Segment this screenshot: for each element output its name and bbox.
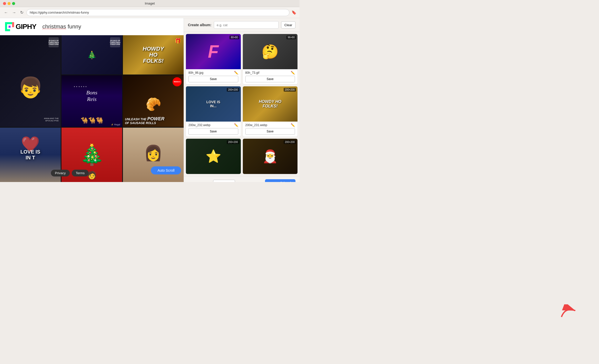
name-row-3: 200w_232.webp ✏️ bbox=[188, 123, 238, 127]
gif-cell-4[interactable]: BonsReis ✦ ✦ ✦ ✦ ✦ ✦ 🐪🐪🐫 ⚡ Regal bbox=[61, 75, 122, 127]
edit-icon-4[interactable]: ✏️ bbox=[291, 123, 295, 127]
love-is-thumb: LOVE ISIN... bbox=[204, 98, 222, 110]
search-query-part1: christmas bbox=[42, 23, 66, 30]
album-label: Create album: bbox=[188, 23, 211, 27]
auto-scroll-button[interactable]: Auto Scroll bbox=[151, 166, 181, 174]
save-button-2[interactable]: Save bbox=[245, 76, 295, 82]
gif-cell-5[interactable]: Walkers 🥐 UNLEASH THE POWEROF SAUSAGE RO… bbox=[123, 75, 184, 127]
love-is-text-left: LOVE ISIN T bbox=[20, 149, 40, 161]
image-thumb-4[interactable]: HOWDY HOFOLKS! 200×200 bbox=[243, 86, 298, 122]
gif-cell-2[interactable]: 25 DAYS OF CHRISTMAS FREEFORM 🎄 bbox=[61, 35, 122, 75]
image-name-1: 80h_86.jpg bbox=[188, 71, 203, 75]
url-input[interactable] bbox=[26, 9, 289, 16]
privacy-button[interactable]: Privacy bbox=[51, 170, 70, 176]
terms-button[interactable]: Terms bbox=[72, 170, 89, 176]
image-size-row: Image size: All (145) Small Medium Large… bbox=[188, 179, 295, 182]
name-row-4: 200w_231.webp ✏️ bbox=[245, 123, 295, 127]
howdy-text-top: HOWDY HOFOLKS! bbox=[138, 46, 169, 64]
save-all-button[interactable]: Save all (145) bbox=[265, 179, 295, 182]
save-button-1[interactable]: Save bbox=[188, 76, 238, 82]
size-badge-4: 200×200 bbox=[284, 88, 296, 92]
image-card-2: 🤔 96×80 80h_73.gif ✏️ Save bbox=[243, 34, 298, 84]
image-thumb-1[interactable]: F 80×80 bbox=[186, 34, 241, 69]
bons-reis-text: BonsReis bbox=[86, 89, 97, 103]
thumb-content-5: ⭐ bbox=[186, 139, 241, 174]
image-thumb-6[interactable]: 🎅 200×200 bbox=[243, 139, 298, 174]
image-size-select[interactable]: All (145) Small Medium Large bbox=[213, 180, 235, 182]
clear-button[interactable]: Clear bbox=[281, 21, 295, 28]
image-card-5: ⭐ 200×200 bbox=[186, 139, 241, 174]
svg-rect-2 bbox=[5, 29, 10, 31]
edit-icon-2[interactable]: ✏️ bbox=[291, 71, 295, 75]
search-query: christmas funny bbox=[42, 23, 81, 30]
gif-cell-1[interactable]: 25 DAYS OF CHRISTMAS FREEFORM 👦 ANNA AND… bbox=[0, 35, 61, 127]
size-badge-2: 96×80 bbox=[286, 35, 296, 39]
traffic-lights bbox=[3, 2, 15, 5]
image-name-2: 80h_73.gif bbox=[245, 71, 259, 75]
image-size-label: Image size: bbox=[188, 181, 211, 182]
name-row-2: 80h_73.gif ✏️ bbox=[245, 71, 295, 75]
close-button[interactable] bbox=[3, 2, 6, 5]
bottom-controls: Image size: All (145) Small Medium Large… bbox=[184, 176, 300, 182]
giphy-text: GIPHY bbox=[16, 23, 36, 31]
howdy-thumb: HOWDY HOFOLKS! bbox=[257, 97, 283, 111]
image-name-4: 200w_231.webp bbox=[245, 123, 267, 127]
image-name-3: 200w_232.webp bbox=[188, 123, 210, 127]
right-panel: Create album: Clear F 80×80 80h_86.jpg ✏… bbox=[184, 18, 300, 182]
search-overlay: GIPHY christmas funny bbox=[0, 18, 184, 35]
bookmark-button[interactable]: 🔖 bbox=[291, 10, 296, 15]
edit-icon-3[interactable]: ✏️ bbox=[234, 123, 238, 127]
size-badge-1: 80×80 bbox=[229, 35, 239, 39]
search-query-part2: funny bbox=[68, 23, 81, 30]
size-badge-3: 200×200 bbox=[227, 88, 239, 92]
image-card-info-3: 200w_232.webp ✏️ Save bbox=[186, 122, 241, 137]
image-card-info-1: 80h_86.jpg ✏️ Save bbox=[186, 69, 241, 84]
gif-cell-3[interactable]: 🎁 HOWDY HOFOLKS! bbox=[123, 35, 184, 75]
thumb-content-2: 🤔 bbox=[243, 34, 298, 69]
save-button-3[interactable]: Save bbox=[188, 128, 238, 135]
star-emoji: ⭐ bbox=[206, 149, 221, 164]
image-card-info-4: 200w_231.webp ✏️ Save bbox=[243, 122, 298, 137]
window-title: Imaget bbox=[145, 2, 155, 5]
thumb-content-6: 🎅 bbox=[243, 139, 298, 174]
image-card-info-2: 80h_73.gif ✏️ Save bbox=[243, 69, 298, 84]
album-row: Create album: Clear bbox=[184, 18, 300, 32]
refresh-button[interactable]: ↻ bbox=[19, 9, 24, 16]
days-badge-1: 25 DAYS OF CHRISTMAS FREEFORM bbox=[49, 37, 59, 47]
svg-rect-3 bbox=[12, 22, 14, 27]
title-bar: Imaget bbox=[0, 0, 300, 7]
save-button-4[interactable]: Save bbox=[245, 128, 295, 135]
thumb-content-4: HOWDY HOFOLKS! bbox=[243, 86, 298, 122]
image-thumb-3[interactable]: LOVE ISIN... 200×200 bbox=[186, 86, 241, 122]
walkers-logo: Walkers bbox=[173, 77, 182, 86]
santa-emoji: 🎅 bbox=[262, 149, 278, 164]
gif-grid: 25 DAYS OF CHRISTMAS FREEFORM 👦 ANNA AND… bbox=[0, 35, 184, 182]
browser-content: GIPHY christmas funny 25 DAYS OF CHRISTM… bbox=[0, 18, 184, 182]
minimize-button[interactable] bbox=[8, 2, 11, 5]
edit-icon-1[interactable]: ✏️ bbox=[234, 71, 238, 75]
forward-button[interactable]: → bbox=[11, 9, 17, 16]
svg-rect-4 bbox=[9, 26, 11, 28]
gif-cell-8[interactable]: 👩 Auto Scroll bbox=[123, 128, 184, 182]
size-badge-5: 200×200 bbox=[227, 140, 239, 144]
image-card-1: F 80×80 80h_86.jpg ✏️ Save bbox=[186, 34, 241, 84]
thumb-letter-f: F bbox=[208, 42, 219, 62]
album-input[interactable] bbox=[214, 21, 279, 29]
giphy-icon bbox=[5, 22, 14, 31]
browser-bar: ← → ↻ 🔖 bbox=[0, 7, 300, 18]
maximize-button[interactable] bbox=[12, 2, 15, 5]
person-emoji: 🤔 bbox=[261, 44, 279, 60]
power-text: UNLEASH THE POWEROF SAUSAGE ROLLS bbox=[125, 117, 164, 125]
back-button[interactable]: ← bbox=[3, 9, 9, 16]
image-thumb-2[interactable]: 🤔 96×80 bbox=[243, 34, 298, 69]
image-card-6: 🎅 200×200 bbox=[243, 139, 298, 174]
days-badge-2: 25 DAYS OF CHRISTMAS FREEFORM bbox=[110, 37, 120, 47]
image-thumb-5[interactable]: ⭐ 200×200 bbox=[186, 139, 241, 174]
image-card-4: HOWDY HOFOLKS! 200×200 200w_231.webp ✏️ … bbox=[243, 86, 298, 137]
image-grid: F 80×80 80h_86.jpg ✏️ Save 🤔 bbox=[184, 32, 300, 176]
size-badge-6: 200×200 bbox=[284, 140, 296, 144]
main-content: GIPHY christmas funny 25 DAYS OF CHRISTM… bbox=[0, 18, 300, 182]
thumb-content-3: LOVE ISIN... bbox=[186, 86, 241, 122]
image-card-3: LOVE ISIN... 200×200 200w_232.webp ✏️ Sa… bbox=[186, 86, 241, 137]
privacy-terms-overlay: Privacy Terms bbox=[51, 170, 89, 176]
